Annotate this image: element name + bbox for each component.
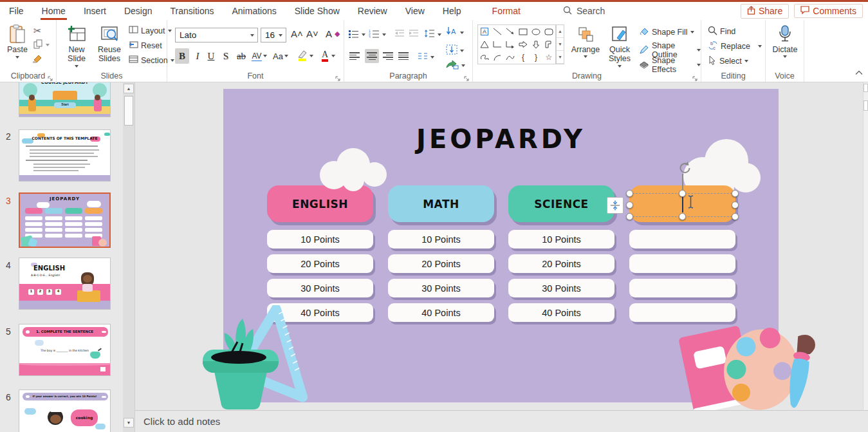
plant-pot-image[interactable] — [198, 317, 294, 410]
quick-styles-dropdown[interactable] — [618, 65, 622, 68]
points-cell[interactable] — [629, 254, 735, 273]
select-button[interactable]: Select — [708, 55, 748, 67]
oval-shape[interactable] — [530, 25, 542, 38]
left-brace-shape[interactable]: { — [517, 51, 530, 64]
new-slide-button[interactable]: New Slide — [62, 23, 91, 68]
tab-file[interactable]: File — [0, 2, 33, 20]
star-shape[interactable]: ☆ — [542, 51, 555, 64]
align-center-button[interactable] — [365, 49, 379, 63]
line-shape[interactable] — [491, 25, 504, 38]
thumbnail-slide-4[interactable]: ENGLISH A-B-C-D-E... English! 1 2 3 4 — [19, 258, 111, 310]
thumbnail-slide-1[interactable]: COURSE JEOPARDY Start — [19, 82, 111, 117]
decrease-font-size-button[interactable]: A˅ — [306, 28, 319, 39]
points-cell[interactable]: 10 Points — [388, 230, 494, 249]
align-right-button[interactable] — [383, 51, 393, 61]
strikethrough-button[interactable]: ab — [234, 48, 249, 64]
triangle-shape[interactable] — [478, 38, 491, 51]
collapse-ribbon-button[interactable] — [855, 66, 863, 78]
autofit-options-button[interactable] — [607, 197, 623, 214]
selection-handle-bottom-left[interactable] — [626, 213, 633, 220]
text-shadow-button[interactable]: S — [219, 48, 232, 64]
paintbrush-image[interactable] — [782, 332, 822, 410]
font-dialog-launcher[interactable] — [335, 73, 341, 79]
right-brace-shape[interactable]: } — [530, 51, 542, 64]
change-case-button[interactable]: Aa — [272, 48, 290, 64]
corner-shape[interactable] — [542, 38, 555, 51]
increase-indent-button[interactable] — [409, 29, 419, 39]
new-slide-dropdown[interactable] — [75, 65, 78, 68]
thumbnail-scroll-down[interactable]: ▼ — [124, 418, 134, 427]
replace-button[interactable]: bc Replace — [708, 41, 762, 52]
drawing-dialog-launcher[interactable] — [692, 73, 698, 79]
tab-transitions[interactable]: Transitions — [162, 2, 223, 20]
arrange-dropdown[interactable] — [584, 55, 587, 58]
shapes-gallery[interactable]: A { } ☆ — [477, 24, 556, 64]
comments-button[interactable]: Comments — [794, 4, 863, 18]
points-cell[interactable]: 30 Points — [388, 279, 494, 297]
points-cell[interactable]: 30 Points — [267, 279, 373, 297]
arc-shape[interactable] — [491, 51, 504, 64]
find-button[interactable]: Find — [708, 26, 735, 37]
decrease-indent-button[interactable] — [394, 29, 405, 39]
points-cell[interactable]: 40 Points — [388, 303, 494, 322]
points-cell[interactable]: 20 Points — [508, 254, 614, 273]
selection-handle-top-center[interactable] — [679, 190, 686, 197]
columns-button[interactable] — [418, 52, 434, 62]
selection-handle-mid-left[interactable] — [626, 202, 633, 209]
thumbnail-slide-6[interactable]: If your answer is correct, you win 10 Po… — [19, 390, 111, 432]
gallery-scroll-down[interactable]: ▼ — [557, 38, 564, 51]
tab-animations[interactable]: Animations — [223, 2, 285, 20]
tab-help[interactable]: Help — [434, 2, 470, 20]
thumbnail-scroll-thumb[interactable] — [124, 96, 133, 126]
cloud-left-image[interactable] — [313, 146, 394, 196]
thumbnail-scroll-up[interactable]: ▲ — [124, 84, 134, 93]
text-direction-button[interactable]: A — [446, 26, 464, 39]
line-spacing-button[interactable] — [424, 29, 441, 40]
align-text-button[interactable] — [446, 44, 464, 57]
tab-design[interactable]: Design — [115, 2, 162, 20]
points-cell[interactable]: 20 Points — [267, 254, 373, 273]
thumbnail-slide-2[interactable]: CONTENTS OF THIS TEMPLATE — [19, 129, 111, 182]
increase-font-size-button[interactable]: A˄ — [291, 28, 303, 39]
paste-button[interactable]: Paste — [4, 23, 31, 59]
curve-shape[interactable] — [504, 51, 517, 64]
font-size-combo[interactable]: 16 — [261, 28, 286, 42]
cut-button[interactable]: ✂ — [33, 25, 42, 37]
numbering-button[interactable]: 123 — [369, 29, 386, 40]
dictate-dropdown[interactable] — [783, 55, 787, 58]
underline-button[interactable]: U — [205, 48, 217, 64]
format-painter-button[interactable] — [32, 53, 43, 66]
character-spacing-button[interactable]: AV — [251, 48, 268, 64]
dictate-button[interactable]: Dictate — [771, 23, 799, 58]
category-science[interactable]: SCIENCE — [508, 185, 614, 222]
shape-fill-button[interactable]: Shape Fill — [639, 26, 694, 38]
share-button[interactable]: Share — [741, 4, 789, 19]
text-box-shape[interactable]: A — [478, 25, 491, 38]
category-math[interactable]: MATH — [388, 185, 494, 222]
tab-review[interactable]: Review — [349, 2, 396, 20]
thumbnail-slide-5[interactable]: 1. COMPLETE THE SENTENCE The boy is ____… — [19, 324, 111, 376]
arrange-button[interactable]: Arrange — [569, 23, 602, 58]
bullets-button[interactable] — [348, 29, 365, 40]
clipboard-dialog-launcher[interactable] — [47, 73, 53, 79]
thumbnail-slide-3[interactable]: JEOPARDY — [19, 193, 111, 248]
notes-placeholder[interactable]: Click to add notes — [143, 416, 220, 427]
canvas-scroll-up[interactable] — [863, 84, 868, 92]
rounded-rectangle-shape[interactable] — [542, 25, 555, 38]
reset-button[interactable]: Reset — [129, 41, 162, 50]
shapes-gallery-scrollbar[interactable]: ▲ ▼ ▼ — [556, 24, 564, 64]
tab-home[interactable]: Home — [33, 2, 75, 20]
selection-handle-mid-right[interactable] — [732, 202, 739, 209]
points-cell[interactable]: 40 Points — [508, 303, 614, 322]
paste-dropdown[interactable] — [15, 56, 19, 59]
tab-insert[interactable]: Insert — [75, 2, 115, 20]
right-arrow-shape[interactable] — [517, 38, 530, 51]
points-cell[interactable] — [629, 230, 735, 249]
align-left-button[interactable] — [349, 51, 360, 61]
notes-pane[interactable]: Click to add notes — [135, 410, 868, 432]
paragraph-dialog-launcher[interactable] — [463, 73, 470, 79]
scribble-shape[interactable] — [478, 51, 491, 64]
down-arrow-shape[interactable] — [530, 38, 542, 51]
tab-format[interactable]: Format — [483, 2, 530, 20]
layout-button[interactable]: Layout — [129, 26, 172, 35]
